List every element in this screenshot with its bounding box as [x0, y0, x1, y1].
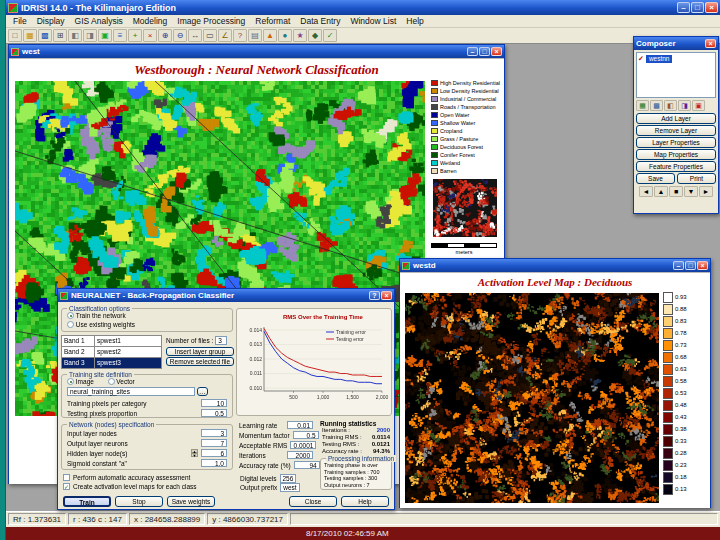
field-value[interactable]: 0.01 — [287, 421, 313, 429]
menu-item-data-entry[interactable]: Data Entry — [295, 16, 345, 26]
field-value[interactable]: 0.0001 — [290, 441, 316, 449]
help-button[interactable]: Help — [341, 496, 389, 507]
new-file-icon[interactable]: □ — [8, 29, 22, 42]
help-icon[interactable]: ✓ — [323, 29, 337, 42]
radio-train-network[interactable]: Train the network — [67, 312, 126, 319]
transparency-icon[interactable]: ▩ — [650, 100, 663, 111]
composer-nav-icon-3[interactable]: ■ — [669, 186, 683, 197]
open-file-icon[interactable]: ▦ — [23, 29, 37, 42]
composer-icon[interactable]: ≡ — [113, 29, 127, 42]
save-icon[interactable]: ▩ — [38, 29, 52, 42]
field-value[interactable]: 3 — [201, 429, 227, 437]
composer-nav-icon-4[interactable]: ▼ — [684, 186, 698, 197]
activation-maximize-icon[interactable]: □ — [685, 261, 696, 270]
menu-item-help[interactable]: Help — [401, 16, 428, 26]
digital-levels-field[interactable]: Digital levels256 — [240, 474, 296, 483]
maximize-icon[interactable]: □ — [691, 2, 704, 13]
activation-map[interactable] — [405, 293, 659, 503]
menu-item-modeling[interactable]: Modeling — [128, 16, 173, 26]
close-icon[interactable]: × — [705, 2, 718, 13]
field-value[interactable]: 10 — [201, 399, 227, 407]
menu-item-image-processing[interactable]: Image Processing — [172, 16, 250, 26]
identify-icon[interactable]: ? — [233, 29, 247, 42]
composer-titlebar[interactable]: Composer × — [634, 37, 718, 50]
map-minimize-icon[interactable]: – — [467, 47, 478, 56]
field-value[interactable]: 94 — [294, 461, 320, 469]
grid-icon[interactable]: ▤ — [248, 29, 262, 42]
field-input[interactable]: west — [280, 483, 299, 492]
globe-icon[interactable]: ● — [278, 29, 292, 42]
field-value[interactable]: 0.5 — [293, 431, 319, 439]
layers-icon[interactable]: ◆ — [308, 29, 322, 42]
display-launcher-icon[interactable]: ▣ — [98, 29, 112, 42]
composer-layer-list[interactable]: ✓ westnn — [636, 52, 716, 98]
activation-maps-checkbox[interactable]: ✓Create activation level maps for each c… — [63, 483, 197, 490]
radio-on-icon[interactable] — [67, 312, 74, 319]
order-icon[interactable]: ◨ — [678, 100, 691, 111]
map-maximize-icon[interactable]: □ — [479, 47, 490, 56]
checkbox-icon[interactable]: ✓ — [63, 483, 70, 490]
zoom-in-icon[interactable]: ⊕ — [158, 29, 172, 42]
save-button[interactable]: Save — [636, 173, 675, 184]
save-weights-button[interactable]: Save weights — [167, 496, 215, 507]
activation-map-window[interactable]: westd – □ × Activation Level Map : Decid… — [399, 258, 711, 508]
composer-nav-icon-1[interactable]: ◄ — [639, 186, 653, 197]
inset-map[interactable] — [433, 179, 497, 237]
field-value[interactable]: 1.0 — [201, 459, 227, 467]
map-properties-button[interactable]: Map Properties — [636, 149, 716, 160]
browse-button[interactable]: … — [197, 387, 208, 396]
output-prefix-field[interactable]: Output prefixwest — [240, 483, 300, 492]
train-button[interactable]: Train — [63, 496, 111, 507]
menu-item-window-list[interactable]: Window List — [345, 16, 401, 26]
full-extent-icon[interactable]: ▭ — [203, 29, 217, 42]
chart-icon[interactable]: ▲ — [263, 29, 277, 42]
print-icon[interactable]: ⊞ — [53, 29, 67, 42]
minimize-icon[interactable]: – — [677, 2, 690, 13]
close-button[interactable]: Close — [289, 496, 337, 507]
field-input[interactable]: 256 — [280, 474, 297, 483]
feature-properties-button[interactable]: Feature Properties — [636, 161, 716, 172]
field-value[interactable]: 7 — [201, 439, 227, 447]
map-window-titlebar[interactable]: west – □ × — [9, 45, 504, 58]
measure-icon[interactable]: ∠ — [218, 29, 232, 42]
checkbox-icon[interactable] — [63, 474, 70, 481]
layer-visible-check-icon[interactable]: ✓ — [638, 55, 644, 63]
composer-palette[interactable]: Composer × ✓ westnn ▦▩◧◨▣ Add LayerRemov… — [633, 36, 719, 214]
neuralnet-dialog[interactable]: NEURALNET - Back-Propagation Classifier … — [57, 288, 395, 510]
visibility-icon[interactable]: ▣ — [692, 100, 705, 111]
map-close-icon[interactable]: × — [491, 47, 502, 56]
blend-icon[interactable]: ▦ — [636, 100, 649, 111]
zoom-out-icon[interactable]: ⊖ — [173, 29, 187, 42]
remove-selected-file-button[interactable]: Remove selected file — [166, 357, 234, 366]
menu-item-reformat[interactable]: Reformat — [250, 16, 295, 26]
neuralnet-close-icon[interactable]: × — [381, 291, 392, 300]
stop-button[interactable]: Stop — [115, 496, 163, 507]
composer-nav-icon-2[interactable]: ▲ — [654, 186, 668, 197]
menu-item-display[interactable]: Display — [32, 16, 70, 26]
add-layer-button[interactable]: Add Layer — [636, 113, 716, 124]
pan-icon[interactable]: ↔ — [188, 29, 202, 42]
add-layer-icon[interactable]: + — [128, 29, 142, 42]
activation-titlebar[interactable]: westd – □ × — [400, 259, 710, 272]
menu-item-file[interactable]: File — [8, 16, 32, 26]
composer-close-icon[interactable]: × — [705, 39, 716, 48]
macro-icon[interactable]: ★ — [293, 29, 307, 42]
field-value[interactable]: 0.5 — [201, 409, 227, 417]
swap-icon[interactable]: ◧ — [664, 100, 677, 111]
app-titlebar[interactable]: IDRISI 14.0 - The Kilimanjaro Edition – … — [6, 0, 720, 15]
remove-layer-icon[interactable]: × — [143, 29, 157, 42]
field-value[interactable]: 6 — [201, 449, 227, 457]
neuralnet-titlebar[interactable]: NEURALNET - Back-Propagation Classifier … — [58, 289, 394, 302]
training-sites-input[interactable]: neural_training_sites — [67, 387, 195, 396]
radio-existing-weights[interactable]: Use existing weights — [67, 321, 135, 328]
composer-nav-icon-5[interactable]: ► — [699, 186, 713, 197]
activation-close-icon[interactable]: × — [697, 261, 708, 270]
neuralnet-help-icon[interactable]: ? — [369, 291, 380, 300]
accuracy-assessment-checkbox[interactable]: Perform automatic accuracy assessment — [63, 474, 190, 481]
activation-minimize-icon[interactable]: – — [673, 261, 684, 270]
radio-off-icon[interactable] — [67, 321, 74, 328]
insert-layer-group-button[interactable]: Insert layer group — [166, 347, 234, 356]
stepper[interactable]: ▲▼ — [191, 449, 198, 457]
composer-layer-item[interactable]: ✓ westnn — [638, 54, 714, 63]
radio-vector-icon[interactable] — [108, 378, 115, 385]
